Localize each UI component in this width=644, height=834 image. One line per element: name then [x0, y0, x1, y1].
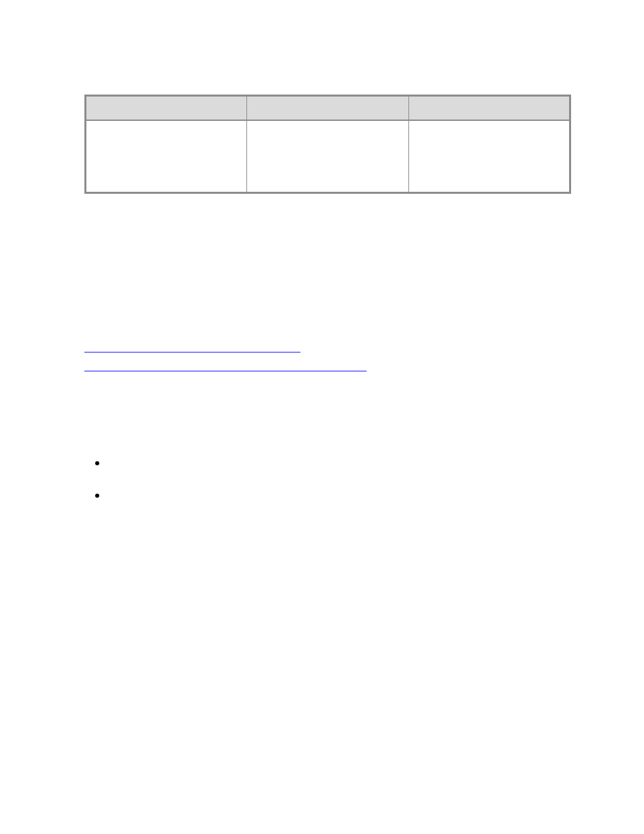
hyperlink[interactable] — [84, 371, 367, 371]
bullet-list — [105, 457, 571, 522]
table-header-cell — [247, 96, 408, 120]
table-header-cell — [408, 96, 570, 120]
hyperlink[interactable] — [84, 352, 300, 353]
list-item — [105, 490, 571, 522]
table-cell — [86, 120, 247, 193]
table-cell — [408, 120, 570, 193]
list-item — [105, 457, 571, 490]
table-header-cell — [86, 96, 247, 120]
document-table — [84, 95, 571, 194]
table-row — [86, 120, 570, 193]
table-cell — [247, 120, 408, 193]
link-section — [84, 340, 571, 377]
table-header-row — [86, 96, 570, 120]
